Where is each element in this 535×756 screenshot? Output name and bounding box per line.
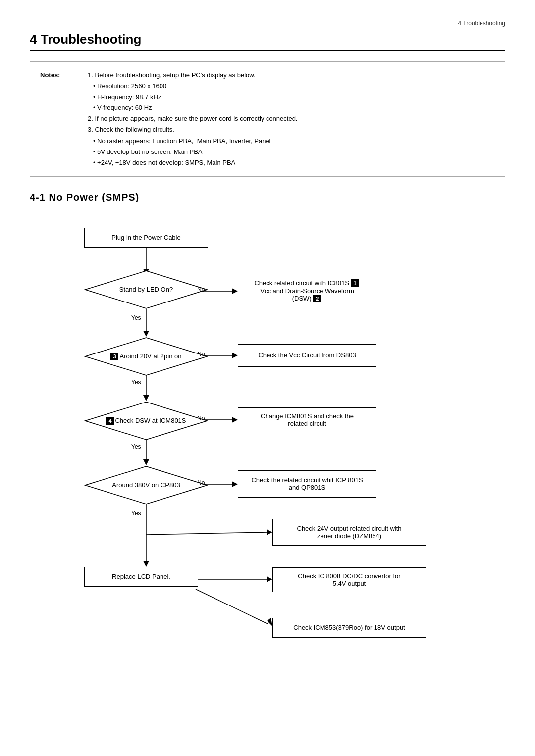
badge-3: 3 <box>110 353 118 360</box>
node-around380: Around 380V on CP803 <box>84 465 208 505</box>
node-check24v: Check 24V output related circuit withzen… <box>272 519 426 546</box>
node-standby-label: Stand by LED On? <box>84 270 208 309</box>
svg-line-21 <box>146 532 268 535</box>
svg-marker-5 <box>232 288 238 294</box>
notes-content: 1. Before troubleshooting, setup the PC'… <box>88 70 495 168</box>
node-around20-label: 3 Aroind 20V at 2pin on <box>84 337 208 376</box>
label-yes-around380: Yes <box>131 510 141 517</box>
svg-line-23 <box>196 589 268 624</box>
svg-marker-16 <box>232 481 238 487</box>
badge-2: 2 <box>313 295 321 302</box>
node-plug: Plug in the Power Cable <box>84 228 208 248</box>
label-yes-around20: Yes <box>131 379 141 386</box>
node-checkdsw-label: 4 Check DSW at ICM801S <box>84 401 208 441</box>
node-checkdsw: 4 Check DSW at ICM801S <box>84 401 208 441</box>
label-yes-checkdsw: Yes <box>131 443 141 450</box>
notes-box: Notes: 1. Before troubleshooting, setup … <box>30 61 505 177</box>
node-around20-no: Check the Vcc Circuit from DS803 <box>238 344 376 367</box>
svg-marker-18 <box>143 561 149 567</box>
svg-marker-3 <box>143 331 149 337</box>
svg-marker-9 <box>232 353 238 358</box>
node-check-ic8008: Check IC 8008 DC/DC convertor for5.4V ou… <box>272 567 426 592</box>
node-standby: Stand by LED On? <box>84 270 208 309</box>
node-checkdsw-no: Change ICM801S and check therelated circ… <box>238 407 376 432</box>
svg-marker-20 <box>267 576 272 582</box>
flowchart: Plug in the Power Cable Stand by LED On?… <box>54 218 481 756</box>
notes-label: Notes: <box>40 70 87 168</box>
chapter-title: 4 Troubleshooting <box>30 32 505 51</box>
svg-marker-24 <box>267 618 272 626</box>
node-standby-no: Check related circuit with IC801S 1 Vcc … <box>238 275 376 307</box>
svg-marker-11 <box>143 459 149 465</box>
section-title: 4-1 No Power (SMPS) <box>30 192 505 203</box>
page-header: 4 Troubleshooting <box>30 20 505 27</box>
node-replace-lcd: Replace LCD Panel. <box>84 567 198 587</box>
badge-1: 1 <box>351 279 359 287</box>
label-yes-standby: Yes <box>131 314 141 321</box>
node-around380-label: Around 380V on CP803 <box>84 465 208 505</box>
badge-4: 4 <box>106 417 114 425</box>
node-check-icm853: Check ICM853(379Roo) for 18V output <box>272 618 426 638</box>
page-header-text: 4 Troubleshooting <box>458 20 505 27</box>
node-around380-no: Check the related circuit whit ICP 801Sa… <box>238 470 376 498</box>
svg-marker-22 <box>267 529 272 535</box>
node-around20: 3 Aroind 20V at 2pin on <box>84 337 208 376</box>
svg-marker-7 <box>143 395 149 401</box>
svg-marker-13 <box>232 417 238 423</box>
